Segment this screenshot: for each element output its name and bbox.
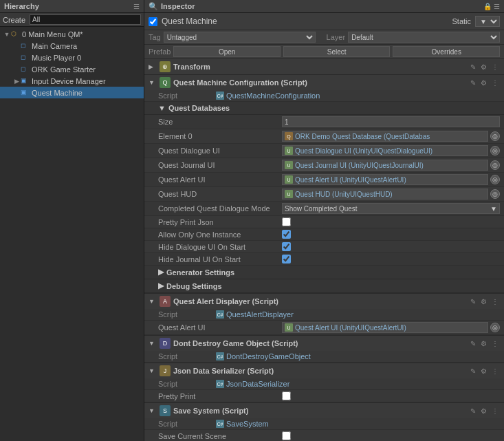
quest-config-edit-btn[interactable]: ✎ [469,78,477,87]
transform-gear-btn[interactable]: ⚙ [479,63,488,72]
hierarchy-item-main-menu[interactable]: ▼⬡0 Main Menu QM* [0,28,144,40]
qaui2-circle-btn[interactable]: ◎ [490,323,500,332]
transform-edit-btn[interactable]: ✎ [469,63,477,72]
prop-dropdown-cqdm[interactable]: Show Completed Quest ▼ [282,203,500,214]
hierarchy-item-quest-machine[interactable]: ▣Quest Machine [0,87,144,98]
hierarchy-item-ork-game-starter[interactable]: ◻ORK Game Starter [0,63,144,75]
layer-dropdown[interactable]: Default [348,32,500,43]
quest-config-header[interactable]: ▼ Q Quest Machine Configuration (Script)… [144,75,504,90]
prop-checkbox-aooi[interactable] [282,230,291,239]
tree-arrow-main-menu: ▼ [3,31,11,38]
qaui-circle-btn[interactable]: ◎ [490,175,500,184]
inspector-menu-icon[interactable]: ☰ [494,3,500,10]
hierarchy-item-music-player[interactable]: ◻Music Player 0 [0,52,144,63]
prop-objref-qhud[interactable]: U Quest HUD (UnityUIQuestHUD) [282,189,488,200]
save-system-component: ▼ S Save System (Script) ✎ ⚙ ⋮ Script C#… [144,403,504,441]
prefab-select-button[interactable]: Select [283,46,391,57]
prop-objref-qjui[interactable]: U Quest Journal UI (UnityUIQuestJournalU… [282,160,488,171]
quest-config-icon: Q [160,77,171,88]
prop-value-ppj [282,217,500,226]
prop-objref-qdui[interactable]: U Quest Dialogue UI (UnityUIQuestDialogu… [282,145,488,156]
prop-label-hduis: Hide Dialogue UI On Start [158,243,282,251]
script-label-dd: Script [158,352,213,361]
prop-row-qhud: Quest HUD U Quest HUD (UnityUIQuestHUD) … [144,187,504,202]
prop-value-size [282,116,500,127]
save-system-name: Save System (Script) [173,407,466,415]
dont-destroy-gear-btn[interactable]: ⚙ [479,339,488,348]
quest-config-gear-btn[interactable]: ⚙ [479,78,488,87]
prop-row-qaui: Quest Alert UI U Quest Alert UI (UnityUI… [144,173,504,187]
qdui-circle-btn[interactable]: ◎ [490,146,500,155]
tree-label-ork-game-starter: ORK Game Starter [32,65,96,74]
json-serializer-menu-btn[interactable]: ⋮ [490,367,500,376]
dont-destroy-component: ▼ D Dont Destroy Game Object (Script) ✎ … [144,336,504,363]
save-system-edit-btn[interactable]: ✎ [469,407,477,416]
script-file-icon-js: C# [216,380,224,388]
qhud-circle-btn[interactable]: ◎ [490,189,500,199]
tree-arrow-input-device-manager: ▶ [12,78,21,85]
hierarchy-search-input[interactable] [30,14,141,25]
generator-settings-header[interactable]: ▶ Generator Settings [144,266,504,279]
save-system-gear-btn[interactable]: ⚙ [479,407,488,416]
quest-config-name: Quest Machine Configuration (Script) [173,78,466,87]
prop-objref-qaui2[interactable]: U Quest Alert UI (UnityUIQuestAlertUI) [282,322,488,333]
prop-label-qaui2: Quest Alert UI [158,323,282,332]
hierarchy-menu-icon[interactable]: ☰ [133,3,140,10]
create-button[interactable]: Create [3,16,25,24]
prop-row-size: Size [144,115,504,129]
quest-alert-header[interactable]: ▼ A Quest Alert Displayer (Script) ✎ ⚙ ⋮ [144,294,504,309]
qaui2-text: Quest Alert UI (UnityUIQuestAlertUI) [295,324,406,332]
inspector-panel: 🔍 Inspector 🔒 ☰ Quest Machine Static ▼ T… [144,0,504,441]
prop-checkbox-hduis[interactable] [282,242,291,251]
cqdm-arrow: ▼ [490,205,497,213]
dont-destroy-menu-btn[interactable]: ⋮ [490,339,500,348]
inspector-lock-icon[interactable]: 🔒 [483,3,492,10]
dont-destroy-header[interactable]: ▼ D Dont Destroy Game Object (Script) ✎ … [144,336,504,351]
hierarchy-item-input-device-manager[interactable]: ▶▣Input Device Manager [0,75,144,87]
qjui-circle-btn[interactable]: ◎ [490,160,500,170]
prop-objref-qaui[interactable]: U Quest Alert UI (UnityUIQuestAlertUI) [282,174,488,185]
transform-header[interactable]: ▶ ⊕ Transform ✎ ⚙ ⋮ [144,59,504,74]
json-serializer-gear-btn[interactable]: ⚙ [479,367,488,376]
quest-config-component: ▼ Q Quest Machine Configuration (Script)… [144,75,504,294]
save-system-menu-btn[interactable]: ⋮ [490,407,500,416]
prop-checkbox-hjuis[interactable] [282,255,291,263]
quest-config-menu-btn[interactable]: ⋮ [490,78,500,87]
prop-row-qjui: Quest Journal UI U Quest Journal UI (Uni… [144,158,504,173]
transform-icon: ⊕ [160,61,171,72]
transform-menu-btn[interactable]: ⋮ [490,63,500,72]
prop-input-size[interactable] [282,116,500,127]
qhud-text: Quest HUD (UnityUIQuestHUD) [295,191,393,198]
debug-settings-header[interactable]: ▶ Debug Settings [144,279,504,293]
element0-circle-btn[interactable]: ◎ [490,131,500,141]
script-file-icon-qc: C# [216,92,224,100]
tag-label: Tag [149,33,161,41]
prop-value-qhud: U Quest HUD (UnityUIQuestHUD) ◎ [282,189,500,200]
quest-alert-name: Quest Alert Displayer (Script) [173,297,466,305]
prop-objref-element0[interactable]: Q ORK Demo Quest Database (QuestDatabas [282,131,488,142]
prefab-open-button[interactable]: Open [173,46,281,57]
quest-alert-gear-btn[interactable]: ⚙ [479,297,488,306]
script-file-icon-qa: C# [216,310,224,319]
prop-checkbox-scs[interactable] [282,431,291,440]
prop-checkbox-pp[interactable] [282,391,291,400]
hierarchy-item-main-camera[interactable]: ◻Main Camera [0,40,144,52]
static-dropdown[interactable]: ▼ [475,16,500,27]
save-system-header[interactable]: ▼ S Save System (Script) ✎ ⚙ ⋮ [144,403,504,418]
quest-alert-edit-btn[interactable]: ✎ [469,297,477,306]
tree-label-music-player: Music Player 0 [32,54,81,62]
dont-destroy-edit-btn[interactable]: ✎ [469,339,477,348]
prop-checkbox-ppj[interactable] [282,217,291,226]
tag-dropdown[interactable]: Untagged [164,32,316,43]
gameobject-active-checkbox[interactable] [149,17,157,26]
script-file-icon-ss: C# [216,420,224,428]
json-serializer-edit-btn[interactable]: ✎ [469,367,477,376]
prefab-overrides-button[interactable]: Overrides [393,46,500,57]
json-serializer-header[interactable]: ▼ J Json Data Serializer (Script) ✎ ⚙ ⋮ [144,363,504,378]
quest-alert-menu-btn[interactable]: ⋮ [490,297,500,306]
quest-databases-header[interactable]: ▼ Quest Databases [144,102,504,115]
hierarchy-panel: Hierarchy ☰ Create ▼⬡0 Main Menu QM*◻Mai… [0,0,144,441]
gameobject-name: Quest Machine [162,17,448,26]
quest-alert-component: ▼ A Quest Alert Displayer (Script) ✎ ⚙ ⋮… [144,294,504,336]
json-serializer-name: Json Data Serializer (Script) [173,367,466,375]
